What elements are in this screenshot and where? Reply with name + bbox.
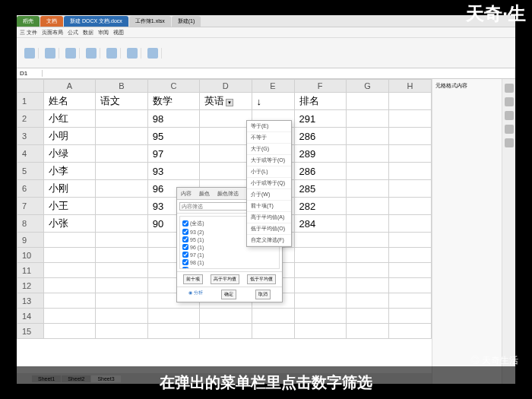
filter-tab[interactable]: 内容 <box>177 189 195 198</box>
col-header[interactable]: A <box>43 80 95 93</box>
cell[interactable]: ↓ <box>252 93 294 110</box>
context-menu-item[interactable]: 小于或等于(Q) <box>247 178 291 189</box>
context-menu-item[interactable]: 不等于 <box>247 132 291 144</box>
row-header[interactable]: 5 <box>17 163 44 180</box>
filter-checkbox[interactable] <box>182 267 188 269</box>
select-all[interactable] <box>17 80 44 93</box>
row-header[interactable]: 2 <box>17 110 44 128</box>
col-header[interactable]: C <box>147 80 199 93</box>
cell[interactable] <box>346 163 388 180</box>
row-header[interactable]: 13 <box>17 293 44 309</box>
cell[interactable] <box>388 215 431 233</box>
tab-item[interactable]: 工作簿1.xlsx <box>129 16 171 27</box>
cell[interactable]: 285 <box>294 180 346 198</box>
tool-icon[interactable] <box>505 97 514 106</box>
align-icon[interactable] <box>65 48 76 59</box>
filter-check-item[interactable]: 98 (1) <box>182 258 277 266</box>
cancel-button[interactable]: 取消 <box>255 290 271 299</box>
cell[interactable] <box>346 145 388 163</box>
menu-item[interactable]: 视图 <box>113 29 124 36</box>
row-header[interactable]: 12 <box>17 278 44 293</box>
cell[interactable] <box>200 145 252 163</box>
cell[interactable] <box>346 110 388 128</box>
context-menu-item[interactable]: 等于(E) <box>247 121 291 132</box>
cell[interactable] <box>200 110 252 128</box>
row-header[interactable]: 11 <box>17 263 44 278</box>
cell[interactable] <box>200 128 252 145</box>
col-header[interactable]: B <box>96 80 147 93</box>
menu-item[interactable]: 三 文件 <box>20 29 37 36</box>
cell[interactable]: 286 <box>294 128 346 145</box>
row-header[interactable]: 4 <box>17 145 44 163</box>
cell[interactable] <box>388 198 431 215</box>
context-menu-item[interactable]: 介于(W) <box>247 189 291 201</box>
cell[interactable]: 289 <box>294 145 346 163</box>
cell[interactable] <box>96 110 147 128</box>
tool-icon[interactable] <box>505 84 514 93</box>
filter-analyze-link[interactable]: ◉ 分析 <box>188 290 203 299</box>
edit-icon[interactable] <box>147 48 158 59</box>
row-header[interactable]: 8 <box>17 215 44 233</box>
cell[interactable]: 282 <box>294 198 346 215</box>
cell[interactable] <box>346 128 388 145</box>
filter-checkbox[interactable] <box>182 229 188 235</box>
cell[interactable] <box>96 215 147 233</box>
style-icon[interactable] <box>106 48 117 59</box>
filter-checkbox[interactable] <box>182 244 188 250</box>
filter-tab[interactable]: 颜色 <box>195 189 214 198</box>
paste-icon[interactable] <box>24 48 35 59</box>
tab-item[interactable]: 新建 DOCX 文档.docx <box>64 16 128 27</box>
cell[interactable] <box>388 128 431 145</box>
context-menu-item[interactable]: 小于(L) <box>247 166 291 178</box>
cell[interactable] <box>346 198 388 215</box>
cell-reference[interactable]: D1 <box>20 70 43 77</box>
filter-search-input[interactable] <box>179 202 257 211</box>
row-header[interactable]: 1 <box>17 93 44 110</box>
tool-icon[interactable] <box>505 125 514 134</box>
row-header[interactable]: 7 <box>17 198 44 215</box>
cell[interactable] <box>96 128 147 145</box>
font-icon[interactable] <box>45 48 55 59</box>
cell[interactable] <box>96 145 147 163</box>
tab-item[interactable]: 新建(1) <box>172 16 201 27</box>
cell[interactable]: 284 <box>294 215 346 233</box>
cell[interactable]: 小绿 <box>43 145 95 163</box>
tab-item[interactable]: 文档 <box>40 16 63 27</box>
cell[interactable]: 95 <box>147 128 199 145</box>
cell[interactable] <box>388 93 431 110</box>
cell[interactable]: 97 <box>147 145 199 163</box>
cell[interactable] <box>96 180 147 198</box>
filter-checkbox[interactable] <box>182 220 188 226</box>
filter-tab[interactable]: 颜色筛选 <box>214 189 242 198</box>
cell[interactable]: 姓名 <box>43 93 95 110</box>
cell[interactable]: 小刚 <box>43 180 95 198</box>
context-menu-item[interactable]: 大于或等于(O) <box>247 155 291 166</box>
context-menu-item[interactable]: 低于平均值(O) <box>247 223 291 235</box>
col-header[interactable]: H <box>388 80 431 93</box>
menu-item[interactable]: 页面布局 <box>42 29 63 36</box>
filter-dropdown-icon[interactable]: ▼ <box>226 99 233 106</box>
col-header[interactable]: D <box>200 80 252 93</box>
ok-button[interactable]: 确定 <box>221 290 236 299</box>
menu-item[interactable]: 公式 <box>68 29 78 36</box>
number-icon[interactable] <box>86 48 97 59</box>
menu-item[interactable]: 数据 <box>83 29 93 36</box>
filter-button[interactable]: 前十项 <box>183 274 203 284</box>
filter-check-item[interactable]: 97 (1) <box>182 251 277 258</box>
row-header[interactable]: 15 <box>17 324 44 339</box>
cell[interactable]: 语文 <box>96 93 147 110</box>
row-header[interactable]: 3 <box>17 128 44 145</box>
cell[interactable] <box>96 163 147 180</box>
context-menu-item[interactable]: 大于(G) <box>247 144 291 155</box>
cell[interactable]: 小李 <box>43 163 95 180</box>
cell-icon[interactable] <box>127 48 138 59</box>
filter-checkbox[interactable] <box>182 252 188 258</box>
menu-item[interactable]: 审阅 <box>98 29 109 36</box>
cell[interactable] <box>388 163 431 180</box>
cell[interactable] <box>346 180 388 198</box>
cell[interactable]: 数学 <box>147 93 199 110</box>
filter-button[interactable]: 低于平均值 <box>247 274 276 284</box>
cell[interactable]: 小张 <box>43 215 95 233</box>
cell[interactable] <box>388 145 431 163</box>
cell[interactable]: 小王 <box>43 198 95 215</box>
